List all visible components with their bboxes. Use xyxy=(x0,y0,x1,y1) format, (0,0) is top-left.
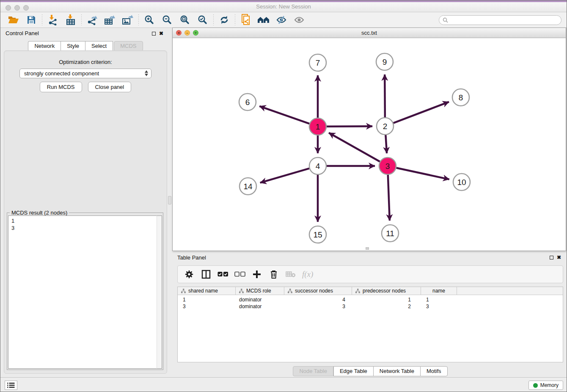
tab-network-table[interactable]: Network Table xyxy=(373,366,420,376)
search-field[interactable] xyxy=(439,15,561,25)
zoom-in-icon[interactable] xyxy=(140,13,158,27)
cell-mcds-role[interactable]: dominator xyxy=(236,297,284,303)
close-panel-button[interactable]: Close panel xyxy=(88,82,132,92)
cell-shared-name[interactable]: 1 xyxy=(178,297,236,303)
control-panel-close-icon[interactable]: ✖ xyxy=(159,31,163,36)
result-scrollbar[interactable] xyxy=(157,215,162,369)
delete-column-icon[interactable] xyxy=(268,269,279,280)
graph-edge-3-11[interactable] xyxy=(388,175,390,221)
control-panel-tabs: Network Style Select MCDS xyxy=(4,41,167,51)
criterion-select[interactable]: strongly connected component xyxy=(19,69,151,78)
cell-name[interactable]: 1 xyxy=(421,297,457,303)
save-session-icon[interactable] xyxy=(22,13,40,27)
graph-edge-3-10[interactable] xyxy=(396,168,449,179)
memory-status-icon xyxy=(533,383,538,388)
task-history-button[interactable] xyxy=(5,381,17,390)
new-network-from-selection-icon[interactable] xyxy=(237,13,255,27)
cell-predecessor-nodes[interactable]: 2 xyxy=(352,304,421,309)
run-mcds-button[interactable]: Run MCDS xyxy=(40,82,82,92)
control-panel-float-icon[interactable] xyxy=(152,32,156,36)
memory-label: Memory xyxy=(540,382,559,388)
network-minimize-button[interactable]: – xyxy=(184,30,190,36)
cell-successor-nodes[interactable]: 3 xyxy=(284,304,352,309)
gear-icon[interactable] xyxy=(184,269,195,280)
optimization-criterion-label: Optimization criterion: xyxy=(4,59,167,65)
column-header-predecessor-nodes[interactable]: predecessor nodes xyxy=(352,287,421,295)
column-header-mcds-role[interactable]: MCDS role xyxy=(236,287,284,295)
tab-edge-table[interactable]: Edge Table xyxy=(333,366,373,376)
zoom-selected-icon[interactable] xyxy=(194,13,212,27)
graph-node-label: 8 xyxy=(459,93,463,102)
export-table-icon[interactable] xyxy=(101,13,119,27)
export-image-icon[interactable] xyxy=(119,13,137,27)
hide-selected-icon[interactable] xyxy=(272,13,290,27)
table-row[interactable]: 3 dominator 3 2 3 xyxy=(178,303,563,310)
show-all-icon[interactable] xyxy=(290,13,308,27)
graph-edge-1-6[interactable] xyxy=(259,106,309,124)
panel-divider-grip[interactable] xyxy=(168,196,171,204)
table-panel-float-icon[interactable] xyxy=(550,256,553,259)
graph-node-label: 6 xyxy=(245,98,250,107)
network-graph[interactable]: 1234678910111415 xyxy=(173,38,566,251)
first-neighbors-icon[interactable] xyxy=(255,13,272,27)
column-header-name[interactable]: name xyxy=(421,287,457,295)
network-window-titlebar[interactable]: ✕ – + scc.txt xyxy=(173,28,566,38)
search-input[interactable] xyxy=(448,17,561,24)
zoom-out-icon[interactable] xyxy=(158,13,176,27)
column-header-successor-nodes[interactable]: successor nodes xyxy=(284,287,352,295)
list-icon xyxy=(7,382,15,388)
main-toolbar xyxy=(0,12,567,28)
criterion-value: strongly connected component xyxy=(24,70,99,77)
close-window-button[interactable] xyxy=(6,5,11,11)
mcds-result-text[interactable]: 1 3 xyxy=(8,215,162,369)
column-header-shared-name[interactable]: shared name xyxy=(178,287,236,295)
deselect-all-icon[interactable] xyxy=(234,269,245,280)
graph-node-label: 15 xyxy=(313,230,322,239)
memory-button[interactable]: Memory xyxy=(528,381,563,390)
mcds-result-title: MCDS result (2 nodes) xyxy=(10,210,69,216)
graph-edge-3-1[interactable] xyxy=(329,133,380,162)
delete-table-icon xyxy=(285,269,296,280)
apply-layout-icon[interactable] xyxy=(215,13,233,27)
network-canvas[interactable]: 1234678910111415 xyxy=(173,38,566,251)
show-columns-icon[interactable] xyxy=(201,269,212,280)
table-panel-close-icon[interactable]: ✖ xyxy=(557,255,561,259)
import-network-icon[interactable] xyxy=(44,13,62,27)
cell-name[interactable]: 3 xyxy=(421,304,457,309)
network-resize-grip[interactable] xyxy=(366,247,369,250)
tab-node-table[interactable]: Node Table xyxy=(293,366,333,376)
export-network-icon[interactable] xyxy=(83,13,101,27)
mcds-result-group: MCDS result (2 nodes) 1 3 xyxy=(7,213,163,370)
minimize-window-button[interactable] xyxy=(14,5,20,11)
cell-mcds-role[interactable]: dominator xyxy=(236,304,284,309)
graph-edge-2-9[interactable] xyxy=(385,75,385,117)
tab-mcds[interactable]: MCDS xyxy=(114,41,143,51)
function-builder-icon: f(x) xyxy=(302,270,313,279)
cell-successor-nodes[interactable]: 4 xyxy=(284,297,352,303)
select-all-icon[interactable] xyxy=(217,269,228,280)
cell-shared-name[interactable]: 3 xyxy=(178,304,236,309)
tab-select[interactable]: Select xyxy=(85,41,113,51)
tab-motifs[interactable]: Motifs xyxy=(420,366,448,376)
graph-edge-1-2[interactable] xyxy=(327,126,372,127)
zoom-window-button[interactable] xyxy=(23,5,29,11)
graph-edge-4-14[interactable] xyxy=(260,168,309,183)
status-bar: Memory xyxy=(0,377,567,392)
graph-node-label: 14 xyxy=(243,182,253,191)
tab-style[interactable]: Style xyxy=(61,41,85,51)
graph-edge-2-8[interactable] xyxy=(394,102,449,123)
table-row[interactable]: 1 dominator 4 1 1 xyxy=(178,296,563,303)
network-zoom-button[interactable]: + xyxy=(193,30,198,36)
column-type-icon xyxy=(239,289,244,293)
import-table-icon[interactable] xyxy=(62,13,80,27)
table-toolbar: f(x) xyxy=(177,265,563,283)
add-column-icon[interactable] xyxy=(251,269,262,280)
tab-network[interactable]: Network xyxy=(28,41,61,51)
zoom-fit-icon[interactable] xyxy=(176,13,194,27)
open-file-icon[interactable] xyxy=(5,13,22,27)
table-panel-tabs: Node Table Edge Table Network Table Moti… xyxy=(177,366,563,376)
cell-predecessor-nodes[interactable]: 1 xyxy=(352,297,421,303)
network-close-button[interactable]: ✕ xyxy=(176,30,182,36)
graph-edge-2-3[interactable] xyxy=(385,135,387,153)
application-window: Session: New Session xyxy=(0,0,567,392)
